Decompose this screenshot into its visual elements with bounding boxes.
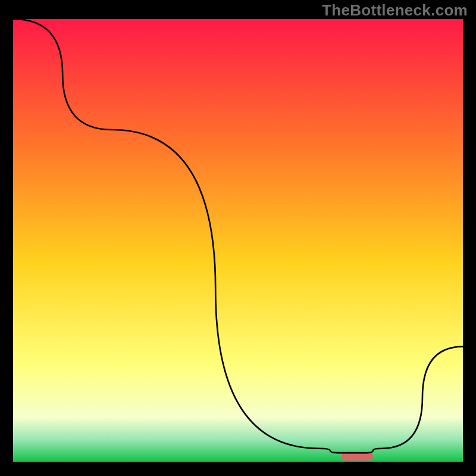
watermark-text: TheBottleneck.com — [322, 1, 468, 20]
chart-svg — [13, 19, 463, 462]
chart-frame: TheBottleneck.com — [0, 0, 476, 476]
gradient-background — [13, 19, 463, 462]
plot-area — [13, 19, 463, 462]
